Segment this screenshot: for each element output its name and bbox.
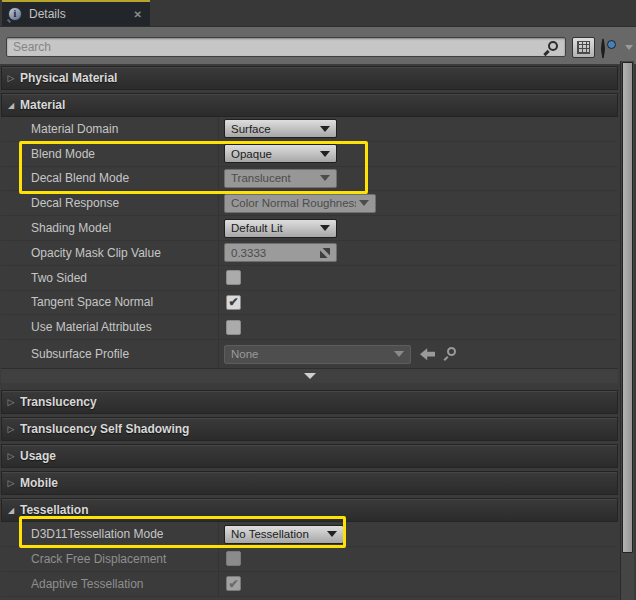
section-title: Translucency Self Shadowing [20, 422, 189, 436]
section-header-translucency-self-shadowing[interactable]: ▷ Translucency Self Shadowing [1, 417, 618, 441]
property-row-use-material-attributes: Use Material Attributes [1, 315, 618, 340]
check-icon: ✔ [228, 578, 238, 590]
chevron-down-icon [320, 225, 330, 231]
search-input[interactable] [13, 38, 533, 56]
blend-mode-dropdown[interactable]: Opaque [224, 144, 337, 163]
shading-model-dropdown[interactable]: Default Lit [224, 219, 337, 238]
details-info-icon: i [8, 7, 22, 21]
visibility-filter-button[interactable] [601, 40, 623, 54]
property-row-tangent-space-normal: Tangent Space Normal ✔ [1, 291, 618, 316]
chevron-down-icon [320, 175, 330, 181]
property-row-two-sided: Two Sided [1, 266, 618, 291]
property-row-material-domain: Material Domain Surface [1, 117, 618, 142]
decal-blend-mode-dropdown: Translucent [224, 169, 337, 188]
property-label: Material Domain [1, 117, 219, 141]
material-domain-dropdown[interactable]: Surface [224, 119, 337, 138]
close-icon[interactable]: ✕ [134, 9, 142, 20]
property-row-adaptive-tessellation: Adaptive Tessellation ✔ [1, 572, 618, 597]
advanced-expander[interactable] [1, 368, 618, 383]
property-row-opacity-mask-clip-value: Opacity Mask Clip Value 0.3333 [1, 241, 618, 266]
property-row-crack-free-displacement: Crack Free Displacement [1, 547, 618, 572]
section-header-mobile[interactable]: ▷ Mobile [1, 471, 618, 495]
property-label: Decal Response [1, 191, 219, 215]
chevron-down-icon[interactable] [625, 45, 633, 50]
d3d11-tessellation-mode-dropdown[interactable]: No Tessellation [224, 525, 344, 544]
section-header-material[interactable]: ◢ Material [1, 93, 618, 117]
property-row-d3d11-tessellation-mode: D3D11Tessellation Mode No Tessellation [1, 522, 618, 547]
section-header-physical-material[interactable]: ▷ Physical Material [1, 66, 618, 90]
tangent-space-normal-checkbox[interactable]: ✔ [226, 295, 241, 310]
section-title: Mobile [20, 476, 58, 490]
property-label: Opacity Mask Clip Value [1, 241, 219, 265]
collapsed-arrow-icon: ▷ [2, 478, 20, 488]
section-title: Usage [20, 449, 56, 463]
chevron-down-icon [320, 126, 330, 132]
search-box [6, 37, 566, 57]
property-label: D3D11Tessellation Mode [1, 522, 219, 546]
opacity-mask-clip-value-field: 0.3333 [224, 243, 337, 262]
tab-details[interactable]: i Details ✕ [2, 0, 150, 26]
drag-slider-icon [320, 248, 330, 258]
property-label: Two Sided [1, 266, 219, 290]
collapsed-arrow-icon: ▷ [2, 451, 20, 461]
crack-free-displacement-checkbox [226, 551, 241, 566]
section-title: Material [20, 98, 65, 112]
scrollbar-thumb[interactable] [622, 62, 633, 553]
property-row-subsurface-profile: Subsurface Profile None [1, 340, 618, 368]
search-icon [545, 41, 559, 55]
section-header-tessellation[interactable]: ◢ Tessellation [1, 498, 618, 522]
vertical-scrollbar [620, 61, 634, 600]
section-title: Physical Material [20, 71, 117, 85]
eye-icon [601, 38, 605, 59]
section-title: Tessellation [20, 503, 88, 517]
search-toolbar [0, 26, 636, 64]
property-row-decal-response: Decal Response Color Normal Roughness [1, 191, 618, 216]
chevron-down-icon [394, 351, 404, 357]
display-options-button[interactable] [572, 37, 595, 58]
tab-bar: i Details ✕ [0, 0, 636, 26]
property-label: Crack Free Displacement [1, 547, 219, 571]
section-header-translucency[interactable]: ▷ Translucency [1, 390, 618, 414]
expand-more-icon [304, 373, 316, 379]
details-panel: i Details ✕ ▷ Physical Material ◢ Materi… [0, 0, 636, 600]
property-row-shading-model: Shading Model Default Lit [1, 216, 618, 241]
chevron-down-icon [327, 531, 337, 537]
chevron-down-icon [320, 151, 330, 157]
property-label: Tangent Space Normal [1, 291, 219, 315]
use-material-attributes-checkbox[interactable] [226, 320, 241, 335]
check-icon: ✔ [228, 296, 238, 308]
decal-response-dropdown: Color Normal Roughness [224, 194, 376, 213]
properties-area: ▷ Physical Material ◢ Material Material … [0, 64, 620, 600]
section-header-usage[interactable]: ▷ Usage [1, 444, 618, 468]
collapsed-arrow-icon: ▷ [2, 397, 20, 407]
grid-icon [577, 41, 590, 54]
property-label: Blend Mode [1, 142, 219, 166]
property-label: Adaptive Tessellation [1, 572, 219, 596]
collapsed-arrow-icon: ▷ [2, 424, 20, 434]
tessellation-section-body: D3D11Tessellation Mode No Tessellation C… [1, 522, 618, 596]
adaptive-tessellation-checkbox: ✔ [226, 576, 241, 591]
expanded-arrow-icon: ◢ [2, 506, 20, 515]
section-title: Translucency [20, 395, 97, 409]
expanded-arrow-icon: ◢ [2, 101, 20, 110]
chevron-down-icon [359, 200, 369, 206]
browse-asset-icon[interactable] [444, 347, 458, 361]
material-section-body: Material Domain Surface Blend Mode Opaqu… [1, 117, 618, 368]
two-sided-checkbox[interactable] [226, 270, 241, 285]
subsurface-profile-dropdown: None [224, 345, 411, 364]
property-row-blend-mode: Blend Mode Opaque [1, 142, 618, 167]
collapsed-arrow-icon: ▷ [2, 73, 20, 83]
property-label: Decal Blend Mode [1, 167, 219, 191]
property-label: Use Material Attributes [1, 315, 219, 339]
use-selected-asset-arrow-icon[interactable] [420, 348, 435, 360]
property-label: Shading Model [1, 216, 219, 240]
tab-title: Details [29, 7, 134, 21]
property-row-decal-blend-mode: Decal Blend Mode Translucent [1, 167, 618, 192]
property-label: Subsurface Profile [1, 340, 219, 368]
